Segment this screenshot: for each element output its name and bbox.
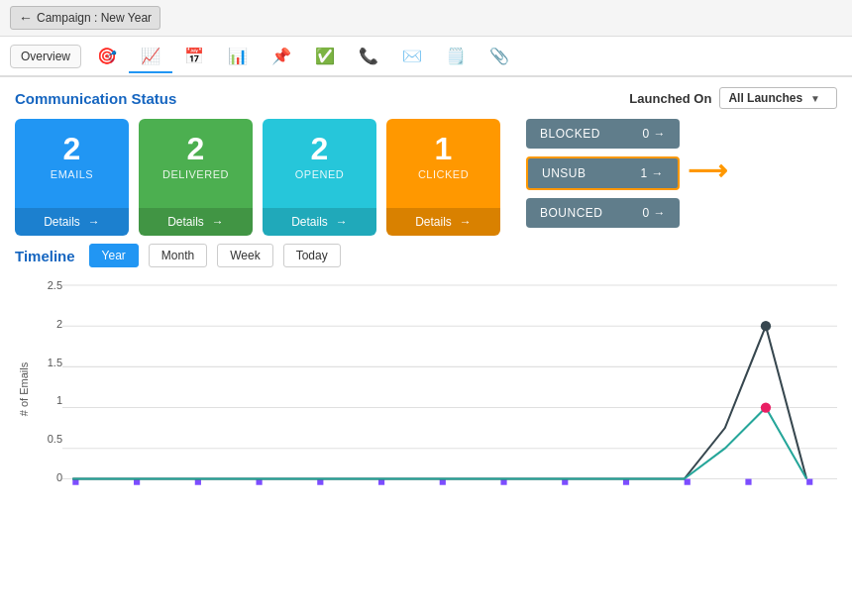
pin-icon: 📌 — [271, 47, 291, 65]
chart-dot-teal — [761, 402, 771, 412]
stat-card-clicked[interactable]: 1 CLICKED Details → — [386, 119, 500, 236]
opened-number: 2 — [311, 133, 329, 164]
back-arrow-icon: ← — [19, 10, 33, 26]
delivered-label: DELIVERED — [162, 168, 229, 180]
target-icon: 🎯 — [97, 47, 117, 65]
phone-icon: 📞 — [359, 47, 378, 65]
back-button[interactable]: ← Campaign : New Year — [10, 6, 160, 30]
opened-label: OPENED — [295, 168, 344, 180]
stat-card-delivered-top: 2 DELIVERED — [139, 119, 253, 208]
bounced-label: BOUNCED — [540, 206, 603, 220]
cards-section: 2 EMAILS Details → 2 DELIVERED — [15, 119, 500, 236]
stat-card-opened[interactable]: 2 OPENED Details → — [263, 119, 376, 236]
stat-card-opened-top: 2 OPENED — [263, 119, 376, 208]
emails-details-btn[interactable]: Details → — [15, 208, 129, 236]
stat-card-emails-top: 2 EMAILS — [15, 119, 129, 208]
launched-on-select[interactable]: All Launches ▼ — [719, 87, 837, 109]
tab-calendar[interactable]: 📅 — [172, 41, 216, 73]
clicked-number: 1 — [435, 133, 453, 164]
opened-details-label: Details — [291, 215, 328, 229]
right-badges: BLOCKED 0 → UNSUB 1 → BOUNCED 0 → — [526, 119, 680, 228]
delivered-details-label: Details — [167, 215, 204, 229]
clip-icon: 📎 — [489, 47, 509, 65]
clicked-details-btn[interactable]: Details → — [386, 208, 500, 236]
timeline-btn-today[interactable]: Today — [283, 244, 341, 267]
launched-on-value: All Launches — [728, 91, 802, 105]
orange-arrow-icon: ⟶ — [688, 154, 727, 187]
tab-pin[interactable]: 📌 — [260, 41, 303, 73]
y-label-1: 1 — [33, 394, 62, 406]
email-icon: ✉️ — [402, 47, 422, 65]
tabs-bar: Overview 🎯 📈 📅 📊 📌 ✅ 📞 ✉️ 🗒️ 📎 — [0, 37, 852, 77]
note-icon: 🗒️ — [446, 47, 466, 65]
tab-phone[interactable]: 📞 — [347, 41, 390, 73]
chart-icon: 📈 — [141, 47, 160, 65]
tab-grid[interactable]: 📊 — [216, 41, 260, 73]
launched-on-label: Launched On — [629, 91, 711, 106]
header-title: Campaign : New Year — [37, 11, 152, 25]
tab-overview-label: Overview — [21, 50, 70, 63]
delivered-details-btn[interactable]: Details → — [139, 208, 253, 236]
header-bar: ← Campaign : New Year — [0, 0, 852, 37]
y-label-0: 0 — [33, 471, 62, 483]
x-tick-11 — [685, 479, 691, 485]
y-label-2: 2 — [33, 318, 62, 330]
y-axis-label-container: # of Emails — [15, 275, 33, 503]
chart-line-teal — [72, 408, 806, 479]
chart-svg-container — [62, 275, 837, 503]
stat-card-emails[interactable]: 2 EMAILS Details → — [15, 119, 129, 236]
blocked-count: 0 → — [642, 127, 666, 141]
dropdown-arrow-icon: ▼ — [810, 93, 820, 104]
bounced-count: 0 → — [642, 206, 666, 220]
timeline-btn-year[interactable]: Year — [89, 244, 139, 267]
calendar-icon: 📅 — [184, 47, 204, 65]
grid-icon: 📊 — [228, 47, 248, 65]
delivered-details-arrow: → — [212, 215, 224, 229]
y-labels: 2.5 2 1.5 1 0.5 0 — [33, 275, 62, 503]
blocked-label: BLOCKED — [540, 127, 600, 141]
timeline-header: Timeline Year Month Week Today — [15, 244, 837, 267]
chart-dot-dark — [761, 321, 771, 331]
tab-note[interactable]: 🗒️ — [434, 41, 478, 73]
unsub-label: UNSUB — [542, 166, 586, 180]
emails-label: EMAILS — [51, 168, 93, 180]
unsub-arrow-indicator: ⟶ — [688, 154, 727, 187]
y-label-0_5: 0.5 — [33, 433, 62, 445]
delivered-number: 2 — [187, 133, 205, 164]
timeline-btn-month[interactable]: Month — [149, 244, 207, 267]
y-axis-label: # of Emails — [18, 350, 30, 429]
timeline-btn-week[interactable]: Week — [217, 244, 272, 267]
launched-on-area: Launched On All Launches ▼ — [629, 87, 837, 109]
chart-svg — [62, 275, 837, 503]
tab-email[interactable]: ✉️ — [390, 41, 434, 73]
opened-details-btn[interactable]: Details → — [263, 208, 376, 236]
opened-details-arrow: → — [336, 215, 348, 229]
communication-status-title: Communication Status — [15, 90, 176, 107]
badge-blocked[interactable]: BLOCKED 0 → — [526, 119, 680, 149]
unsub-count: 1 → — [640, 166, 664, 180]
emails-details-arrow: → — [88, 215, 100, 229]
tab-chart[interactable]: 📈 — [129, 41, 172, 73]
right-section: BLOCKED 0 → UNSUB 1 → BOUNCED 0 → ⟶ — [526, 119, 727, 228]
clicked-label: CLICKED — [418, 168, 469, 180]
timeline-title: Timeline — [15, 248, 75, 264]
chart-line-dark — [72, 326, 806, 478]
stat-card-delivered[interactable]: 2 DELIVERED Details → — [139, 119, 253, 236]
y-label-1_5: 1.5 — [33, 357, 62, 368]
tab-clip[interactable]: 📎 — [478, 41, 521, 73]
emails-number: 2 — [63, 133, 81, 164]
badge-unsub[interactable]: UNSUB 1 → — [526, 156, 680, 190]
y-label-2_5: 2.5 — [33, 279, 62, 291]
content-row: 2 EMAILS Details → 2 DELIVERED — [15, 119, 837, 236]
tab-overview[interactable]: Overview — [10, 45, 81, 68]
tab-target[interactable]: 🎯 — [85, 41, 129, 73]
clicked-details-label: Details — [415, 215, 452, 229]
chart-container: # of Emails 2.5 2 1.5 1 0.5 0 — [15, 275, 837, 503]
badge-bounced[interactable]: BOUNCED 0 → — [526, 198, 680, 228]
x-tick-12 — [745, 479, 751, 485]
timeline-section: Timeline Year Month Week Today # of Emai… — [15, 244, 837, 503]
tab-check[interactable]: ✅ — [303, 41, 347, 73]
clicked-details-arrow: → — [460, 215, 472, 229]
status-header: Communication Status Launched On All Lau… — [15, 87, 837, 109]
stat-card-clicked-top: 1 CLICKED — [386, 119, 500, 208]
